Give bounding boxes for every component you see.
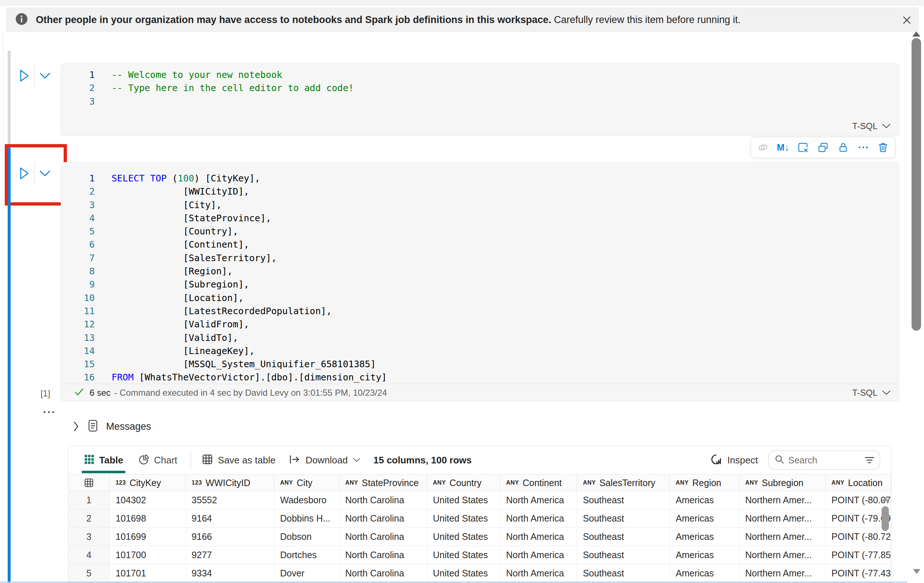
column-header-CityKey[interactable]: 123CityKey: [110, 475, 186, 491]
column-header-SalesTerritory[interactable]: ANYSalesTerritory: [577, 475, 670, 491]
column-header-Region[interactable]: ANYRegion: [670, 475, 739, 491]
column-header-WWICityID[interactable]: 123WWICityID: [186, 475, 274, 491]
column-header-Continent[interactable]: ANYContinent: [500, 475, 577, 491]
column-header-Location[interactable]: ANYLocation: [826, 475, 891, 491]
run-cell-icon[interactable]: [16, 163, 32, 184]
execution-duration: 6 sec: [90, 388, 111, 398]
chevron-down-icon[interactable]: [37, 66, 53, 86]
table-cell: United States: [427, 528, 500, 546]
table-row[interactable]: 51017019334DoverNorth CarolinaUnited Sta…: [68, 564, 891, 583]
tab-table[interactable]: Table: [82, 446, 125, 474]
save-as-table-button[interactable]: Save as table: [202, 454, 276, 466]
inspect-button[interactable]: Inspect: [710, 453, 758, 467]
code-line[interactable]: 12 [ValidFrom],: [61, 318, 899, 331]
main-scrollbar-thumb[interactable]: [912, 38, 921, 331]
code-line[interactable]: 11 [LatestRecordedPopulation],: [61, 305, 899, 318]
table-cell: North Carolina: [340, 546, 427, 564]
table-row[interactable]: 31016999166DobsonNorth CarolinaUnited St…: [68, 528, 891, 546]
search-box[interactable]: [768, 451, 880, 469]
table-cell: POINT (-77.43...: [826, 564, 891, 582]
table-cell: North America: [500, 564, 577, 582]
column-label: CityKey: [129, 478, 161, 488]
column-header-Country[interactable]: ANYCountry: [427, 475, 500, 491]
code-line[interactable]: 9 [Subregion],: [61, 278, 899, 291]
save-table-icon: [202, 454, 213, 466]
run-cell-icon[interactable]: [16, 66, 32, 86]
code-text: [LineageKey],: [95, 344, 254, 358]
code-line[interactable]: 16FROM [WhatsTheVectorVictor].[dbo].[dim…: [61, 371, 899, 384]
code-cell-2[interactable]: 1SELECT TOP (100) [CityKey],2 [WWICityID…: [61, 162, 899, 402]
search-input[interactable]: [788, 455, 865, 466]
delete-cell-icon[interactable]: [875, 139, 891, 155]
messages-label[interactable]: Messages: [106, 421, 151, 432]
column-header-table-icon[interactable]: [68, 475, 110, 491]
table-cell: POINT (-77.85...: [826, 546, 891, 564]
code-line[interactable]: 3: [61, 95, 899, 108]
banner-message-bold: Other people in your organization may ha…: [36, 14, 551, 25]
results-toolbar: Table Chart Save as table Downl: [68, 446, 891, 474]
column-header-City[interactable]: ANYCity: [274, 475, 340, 491]
inspect-label: Inspect: [727, 455, 758, 466]
column-type-badge: 123: [192, 479, 202, 486]
code-line[interactable]: 7 [SalesTerritory],: [61, 252, 899, 265]
cell1-code-editor[interactable]: 1-- Welcome to your new notebook2-- Type…: [61, 64, 899, 108]
tab-table-label: Table: [99, 455, 123, 466]
more-outputs-ellipsis[interactable]: ...: [43, 404, 56, 415]
column-header-Subregion[interactable]: ANYSubregion: [739, 475, 826, 491]
table-row[interactable]: 110430235552WadesboroNorth CarolinaUnite…: [68, 491, 891, 509]
code-line[interactable]: 15 [MSSQL_System_Uniquifier_658101385]: [61, 358, 899, 371]
code-line[interactable]: 5 [Country],: [61, 225, 899, 238]
table-cell: 101700: [110, 546, 186, 564]
code-line[interactable]: 14 [LineageKey],: [61, 344, 899, 358]
code-line[interactable]: 8 [Region],: [61, 265, 899, 278]
scroll-up-icon[interactable]: [912, 31, 920, 36]
clear-output-icon[interactable]: [795, 139, 811, 155]
line-number: 13: [61, 331, 95, 344]
table-scroll-up-icon[interactable]: [881, 497, 889, 501]
code-line[interactable]: 1SELECT TOP (100) [CityKey],: [61, 172, 899, 185]
code-line[interactable]: 10 [Location],: [61, 292, 899, 305]
markdown-icon[interactable]: M↓: [775, 139, 791, 155]
duplicate-cell-icon[interactable]: [815, 139, 831, 155]
banner-message-regular: Carefully review this item before runnin…: [554, 14, 740, 25]
code-line[interactable]: 6 [Continent],: [61, 238, 899, 251]
code-line[interactable]: 2-- Type here in the cell editor to add …: [61, 82, 899, 95]
code-line[interactable]: 3 [City],: [61, 199, 899, 212]
messages-section: Messages: [73, 419, 151, 434]
language-selector[interactable]: T-SQL: [852, 121, 891, 131]
cell2-code-editor[interactable]: 1SELECT TOP (100) [CityKey],2 [WWICityID…: [61, 162, 899, 384]
language-selector[interactable]: T-SQL: [852, 388, 891, 398]
column-header-StateProvince[interactable]: ANYStateProvince: [340, 475, 427, 491]
scroll-down-icon[interactable]: [913, 569, 920, 574]
code-line[interactable]: 1-- Welcome to your new notebook: [61, 68, 899, 82]
code-line[interactable]: 4 [StateProvince],: [61, 212, 899, 225]
chevron-right-icon[interactable]: [73, 422, 80, 431]
table-scrollbar-thumb[interactable]: [881, 506, 889, 531]
column-type-badge: ANY: [832, 479, 844, 486]
code-text: [ValidFrom],: [95, 318, 249, 331]
code-line[interactable]: 2 [WWICityID],: [61, 185, 899, 198]
code-cell-1[interactable]: 1-- Welcome to your new notebook2-- Type…: [61, 63, 899, 136]
tab-chart[interactable]: Chart: [137, 446, 180, 474]
table-row[interactable]: 41017009277DortchesNorth CarolinaUnited …: [68, 546, 891, 564]
copilot-icon[interactable]: [755, 139, 771, 155]
code-line[interactable]: 13 [ValidTo],: [61, 331, 899, 344]
cell1-indicator-bar: [8, 51, 11, 145]
language-label: T-SQL: [852, 388, 878, 398]
more-options-icon[interactable]: [855, 139, 871, 155]
table-cell: Southeast: [577, 528, 670, 546]
chevron-down-icon[interactable]: [37, 163, 53, 184]
banner-message: Other people in your organization may ha…: [36, 14, 741, 26]
notebook-page: Other people in your organization may ha…: [0, 0, 924, 583]
table-row[interactable]: 21016989164Dobbins H...North CarolinaUni…: [68, 509, 891, 528]
filter-icon[interactable]: [865, 456, 874, 464]
table-cell: Americas: [670, 491, 739, 509]
close-icon[interactable]: [901, 14, 913, 27]
download-button[interactable]: Download: [289, 454, 360, 466]
table-cell: North Carolina: [340, 509, 427, 527]
lock-icon[interactable]: [835, 139, 851, 155]
column-label: Location: [848, 478, 883, 488]
table-header-row: 123CityKey123WWICityIDANYCityANYStatePro…: [68, 474, 891, 491]
column-label: City: [297, 478, 312, 488]
table-cell: Northern Amer...: [739, 546, 826, 564]
